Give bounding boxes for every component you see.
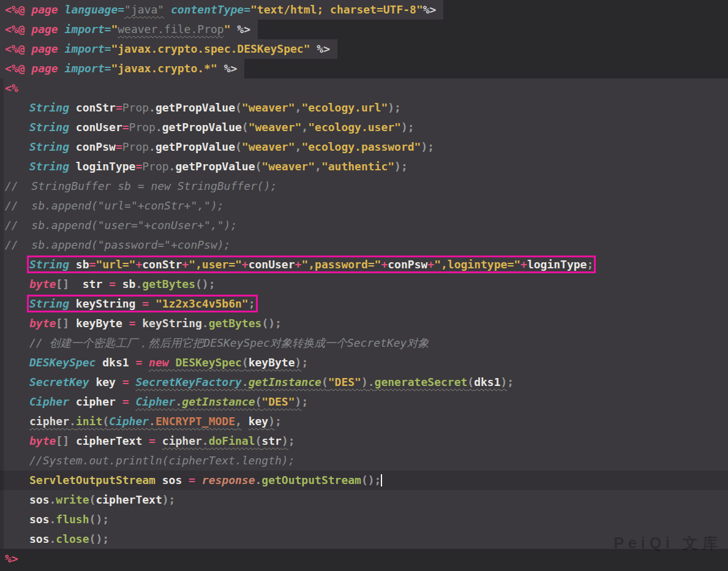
token: conUser (76, 121, 122, 134)
token: String (29, 258, 76, 271)
token (217, 62, 224, 75)
token: //System.out.println(cipherText.length); (29, 454, 295, 467)
token: init (76, 415, 102, 428)
token: ( (467, 376, 474, 388)
token: + (427, 258, 434, 271)
token: Prop (122, 140, 149, 153)
code-line[interactable]: <%@ page import="weaver.file.Prop" %> (0, 20, 728, 39)
code-editor[interactable]: <%@ page language="java" contentType="te… (0, 0, 728, 571)
token: = (135, 160, 142, 173)
code-line-text: ServletOutputStream sos = response.getOu… (29, 474, 382, 486)
token: = (149, 434, 156, 447)
code-line[interactable]: // sb.append("password="+conPsw); (0, 235, 728, 255)
token: = (89, 258, 96, 271)
token: %> (5, 552, 18, 565)
code-line-text: DESKeySpec dks1 = new DESKeySpec(keyByte… (29, 356, 308, 369)
code-line-text: SecretKey key = SecretKeyFactory.getInst… (29, 376, 514, 388)
code-line-text: String conPsw=Prop.getPropValue("weaver"… (29, 140, 434, 153)
token: ( (321, 376, 328, 388)
token: "text/html; charset=UTF-8" (250, 3, 423, 16)
token: . (149, 415, 156, 428)
token (230, 23, 237, 36)
token: ; (394, 101, 401, 114)
code-line-text: sos.write(cipherText); (29, 493, 175, 506)
token: , (315, 160, 321, 173)
token (116, 278, 122, 290)
code-line[interactable]: String conPsw=Prop.getPropValue("weaver"… (0, 137, 728, 157)
token: ) (268, 415, 275, 428)
token (164, 3, 171, 16)
token: Prop (122, 101, 149, 114)
token: cipher (76, 395, 116, 408)
code-line[interactable]: Cipher cipher = Cipher.getInstance("DES"… (0, 392, 728, 412)
token: sos (162, 474, 182, 486)
code-line[interactable]: <%@ page import="javax.crypto.*" %> (0, 59, 728, 78)
token: ; (102, 532, 109, 545)
token: "1z2x3c4v5b6n" (156, 297, 249, 310)
token: %> (423, 3, 437, 16)
code-line[interactable]: // sb.append("user="+conUser+","); (0, 216, 728, 235)
code-line[interactable]: String sb="url="+conStr+",user="+conUser… (0, 255, 728, 274)
code-line[interactable]: byte[] keyByte = keyString.getBytes(); (0, 314, 728, 333)
token: ; (427, 140, 434, 153)
token: = (189, 474, 195, 486)
token: () (195, 278, 209, 290)
token: cipherText (96, 493, 162, 506)
token: ) (295, 356, 302, 369)
code-line[interactable]: byte[] str = sb.getBytes(); (0, 274, 728, 294)
code-line[interactable]: <%@ page import="javax.crypto.spec.DESKe… (0, 39, 728, 59)
token (156, 434, 162, 447)
token: flush (56, 513, 89, 526)
token: conStr (76, 101, 116, 114)
token: ; (301, 395, 308, 408)
token: ; (401, 160, 408, 173)
token: ( (235, 101, 242, 114)
code-area[interactable]: <%String conStr=Prop.getPropValue("weave… (0, 78, 728, 549)
code-line[interactable]: sos.write(cipherText); (0, 490, 728, 510)
annotation-box: String sb="url="+conStr+",user="+conUser… (29, 258, 593, 271)
code-line[interactable]: SecretKey key = SecretKeyFactory.getInst… (0, 372, 728, 392)
code-line[interactable]: sos.flush(); (0, 510, 728, 529)
code-line-text: sos.close(); (29, 532, 109, 545)
token: %> (224, 62, 238, 75)
token: weaver.file.Prop (118, 23, 223, 36)
token: "weaver" (261, 160, 315, 173)
token: <%@ (5, 23, 31, 36)
code-line[interactable]: cipher.init(Cipher.ENCRYPT_MODE, key); (0, 412, 728, 431)
code-line-current[interactable]: ServletOutputStream sos = response.getOu… (0, 471, 728, 490)
token: = (116, 140, 122, 153)
code-line[interactable]: // sb.append("url="+conStr+","); (0, 196, 728, 216)
token: . (156, 121, 162, 134)
token: <% (5, 81, 18, 94)
code-line[interactable]: byte[] cipherText = cipher.doFinal(str); (0, 431, 728, 451)
token (69, 278, 83, 290)
code-line[interactable]: String loginType=Prop.getPropValue("weav… (0, 157, 728, 176)
code-line[interactable]: <%@ page language="java" contentType="te… (0, 0, 728, 20)
token: SecretKey (29, 376, 96, 388)
text-caret (381, 474, 382, 486)
token: . (50, 513, 56, 526)
token: "weaver" (249, 121, 302, 134)
token (69, 434, 76, 447)
code-line[interactable]: <% (0, 78, 728, 98)
token: ENCRYPT_MODE (156, 415, 235, 428)
code-line-text: byte[] str = sb.getBytes(); (29, 278, 216, 290)
code-line[interactable]: String keyString = "1z2x3c4v5b6n"; (0, 294, 728, 314)
token: "javax.crypto.*" (111, 62, 217, 75)
token: = (109, 278, 116, 290)
token: conUser (249, 258, 295, 271)
code-line[interactable]: String conUser=Prop.getPropValue("weaver… (0, 118, 728, 137)
token: = (135, 356, 142, 369)
token (242, 415, 249, 428)
token: write (56, 493, 89, 506)
code-line[interactable]: // StringBuffer sb = new StringBuffer(); (0, 176, 728, 196)
code-line[interactable]: String conStr=Prop.getPropValue("weaver"… (0, 98, 728, 118)
token: . (202, 434, 209, 447)
code-line-text: %> (5, 552, 18, 565)
code-line[interactable]: //System.out.println(cipherText.length); (0, 451, 728, 471)
code-line[interactable]: // 创建一个密匙工厂，然后用它把DESKeySpec对象转换成一个Secret… (0, 333, 728, 353)
code-line[interactable]: DESKeySpec dks1 = new DESKeySpec(keyByte… (0, 353, 728, 372)
code-line-text: <% (5, 81, 18, 94)
token: byte (29, 434, 56, 447)
token: ; (249, 297, 255, 310)
